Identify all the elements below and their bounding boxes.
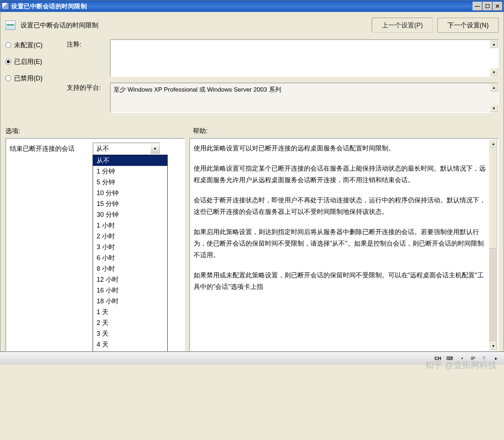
help-paragraph: 使用此策略设置可以对已断开连接的远程桌面服务会话配置时间限制。 bbox=[194, 142, 488, 154]
dropdown-item[interactable]: 5 分钟 bbox=[93, 177, 167, 188]
dropdown-item[interactable]: 12 小时 bbox=[93, 274, 167, 285]
dropdown-item[interactable]: 3 小时 bbox=[93, 242, 167, 252]
close-button[interactable]: ✕ bbox=[493, 2, 502, 10]
dropdown-item[interactable]: 6 小时 bbox=[93, 252, 167, 263]
radio-not-configured[interactable]: 未配置(C) bbox=[5, 41, 67, 49]
scroll-up-icon[interactable]: ▲ bbox=[490, 40, 498, 48]
policy-icon bbox=[5, 21, 16, 30]
ime-ip-label[interactable]: IP bbox=[471, 356, 475, 361]
platform-label: 支持的平台: bbox=[67, 83, 110, 92]
input-mode-icon[interactable]: ▪ bbox=[459, 355, 466, 362]
scroll-down-icon[interactable]: ▼ bbox=[490, 68, 498, 76]
radio-dot-icon bbox=[5, 42, 11, 48]
radio-label: 未配置(C) bbox=[14, 41, 43, 49]
maximize-button[interactable]: ☐ bbox=[483, 2, 492, 10]
prev-setting-button[interactable]: 上一个设置(P) bbox=[372, 18, 433, 33]
scroll-down-icon[interactable]: ▼ bbox=[490, 104, 498, 112]
dropdown-item[interactable]: 4 天 bbox=[93, 339, 167, 350]
scroll-up-icon[interactable]: ▲ bbox=[490, 83, 498, 91]
comment-label: 注释: bbox=[67, 39, 110, 49]
radio-dot-icon bbox=[5, 75, 11, 81]
combo-value: 从不 bbox=[96, 144, 109, 153]
options-panel: 结束已断开连接的会话 从不 ▼ 从不1 分钟5 分钟10 分钟15 分钟30 分… bbox=[5, 138, 185, 351]
dropdown-item[interactable]: 1 分钟 bbox=[93, 166, 167, 177]
platform-text: 至少 Windows XP Professional 或 Windows Ser… bbox=[110, 83, 499, 113]
scroll-down-icon[interactable]: ▼ bbox=[490, 342, 497, 350]
titlebar: 设置已中断会话的时间限制 — ☐ ✕ bbox=[0, 0, 504, 12]
radio-enabled[interactable]: 已启用(E) bbox=[5, 57, 67, 66]
dropdown-item[interactable]: 8 小时 bbox=[93, 263, 167, 274]
radio-disabled[interactable]: 已禁用(D) bbox=[5, 74, 67, 83]
session-timeout-combo[interactable]: 从不 ▼ bbox=[93, 142, 160, 155]
help-paragraph: 会话处于断开连接状态时，即使用户不再处于活动连接状态，运行中的程序仍保持活动。默… bbox=[194, 194, 488, 217]
ime-statusbar: CH ⌨ ▪ IP ? ▸ bbox=[0, 352, 504, 365]
options-icon[interactable]: ▸ bbox=[492, 355, 500, 362]
window-title: 设置已中断会话的时间限制 bbox=[11, 2, 473, 10]
dropdown-item[interactable]: 3 天 bbox=[93, 328, 167, 339]
help-panel: 使用此策略设置可以对已断开连接的远程桌面服务会话配置时间限制。 使用此策略设置可… bbox=[189, 138, 499, 351]
scroll-up-icon[interactable]: ▲ bbox=[490, 140, 497, 148]
help-section-label: 帮助: bbox=[193, 127, 208, 135]
help-paragraph: 使用此策略设置可指定某个已断开连接的会话在服务器上能保持活动状态的最长时间。默认… bbox=[194, 163, 488, 186]
help-paragraph: 如果启用此策略设置，则达到指定时间后将从服务器中删除已断开连接的会话。若要强制使… bbox=[194, 226, 488, 261]
dropdown-item[interactable]: 从不 bbox=[93, 155, 167, 166]
chevron-down-icon: ▼ bbox=[150, 144, 160, 154]
minimize-button[interactable]: — bbox=[473, 2, 482, 10]
dropdown-item[interactable]: 2 小时 bbox=[93, 231, 167, 242]
ime-ch-label[interactable]: CH bbox=[434, 356, 441, 361]
radio-dot-checked-icon bbox=[5, 59, 11, 65]
page-title: 设置已中断会话的时间限制 bbox=[21, 21, 98, 30]
dropdown-item[interactable]: 15 分钟 bbox=[93, 198, 167, 209]
scroll-thumb[interactable] bbox=[490, 148, 497, 248]
dropdown-item[interactable]: 16 小时 bbox=[93, 285, 167, 296]
keyboard-icon[interactable]: ⌨ bbox=[446, 355, 454, 362]
session-timeout-dropdown[interactable]: 从不1 分钟5 分钟10 分钟15 分钟30 分钟1 小时2 小时3 小时6 小… bbox=[93, 155, 168, 351]
dropdown-item[interactable]: 10 分钟 bbox=[93, 188, 167, 198]
help-icon[interactable]: ? bbox=[480, 355, 487, 362]
dropdown-item[interactable]: 18 小时 bbox=[93, 296, 167, 307]
option-end-session-label: 结束已断开连接的会话 bbox=[10, 144, 89, 153]
help-paragraph: 如果禁用或未配置此策略设置，则已断开会话的保留时间不受限制。可以在"远程桌面会话… bbox=[194, 269, 488, 292]
dropdown-item[interactable]: 30 分钟 bbox=[93, 209, 167, 220]
dropdown-item[interactable]: 1 天 bbox=[93, 307, 167, 317]
vertical-scrollbar[interactable]: ▲ ▼ bbox=[489, 140, 497, 350]
radio-label: 已启用(E) bbox=[14, 57, 42, 66]
dropdown-item[interactable]: 2 天 bbox=[93, 317, 167, 328]
dropdown-item[interactable]: 1 小时 bbox=[93, 220, 167, 231]
options-section-label: 选项: bbox=[5, 127, 193, 135]
app-icon bbox=[2, 3, 9, 10]
next-setting-button[interactable]: 下一个设置(N) bbox=[437, 18, 499, 33]
comment-textarea[interactable] bbox=[110, 39, 499, 77]
dropdown-item[interactable]: 5 天 bbox=[93, 350, 167, 351]
radio-label: 已禁用(D) bbox=[14, 74, 43, 83]
